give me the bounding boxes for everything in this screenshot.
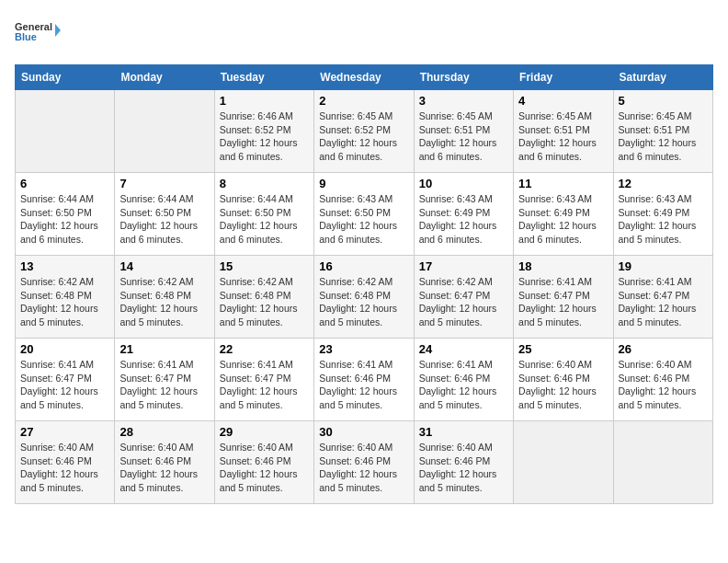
calendar-cell: 31Sunrise: 6:40 AM Sunset: 6:46 PM Dayli…	[414, 421, 513, 504]
calendar-cell	[514, 421, 613, 504]
calendar-cell: 10Sunrise: 6:43 AM Sunset: 6:49 PM Dayli…	[414, 173, 513, 256]
week-row-1: 1Sunrise: 6:46 AM Sunset: 6:52 PM Daylig…	[16, 90, 713, 173]
day-info: Sunrise: 6:40 AM Sunset: 6:46 PM Dayligh…	[220, 441, 309, 495]
day-info: Sunrise: 6:43 AM Sunset: 6:50 PM Dayligh…	[319, 192, 408, 247]
day-number: 30	[319, 425, 408, 439]
calendar-cell: 5Sunrise: 6:45 AM Sunset: 6:51 PM Daylig…	[613, 90, 712, 173]
calendar-cell: 18Sunrise: 6:41 AM Sunset: 6:47 PM Dayli…	[514, 256, 613, 339]
day-info: Sunrise: 6:44 AM Sunset: 6:50 PM Dayligh…	[20, 192, 109, 247]
week-row-3: 13Sunrise: 6:42 AM Sunset: 6:48 PM Dayli…	[16, 256, 713, 339]
day-number: 31	[419, 425, 508, 439]
day-info: Sunrise: 6:40 AM Sunset: 6:46 PM Dayligh…	[20, 441, 109, 495]
svg-text:Blue: Blue	[15, 31, 37, 42]
week-row-5: 27Sunrise: 6:40 AM Sunset: 6:46 PM Dayli…	[16, 421, 713, 504]
calendar-cell: 7Sunrise: 6:44 AM Sunset: 6:50 PM Daylig…	[115, 173, 214, 256]
header-row: SundayMondayTuesdayWednesdayThursdayFrid…	[16, 65, 713, 90]
day-number: 15	[220, 259, 309, 273]
header-day-friday: Friday	[514, 65, 613, 90]
logo: General Blue	[15, 15, 61, 53]
calendar-cell: 4Sunrise: 6:45 AM Sunset: 6:51 PM Daylig…	[514, 90, 613, 173]
calendar-cell	[115, 90, 214, 173]
day-info: Sunrise: 6:45 AM Sunset: 6:51 PM Dayligh…	[619, 109, 708, 164]
day-info: Sunrise: 6:43 AM Sunset: 6:49 PM Dayligh…	[619, 192, 708, 247]
week-row-4: 20Sunrise: 6:41 AM Sunset: 6:47 PM Dayli…	[16, 339, 713, 421]
day-number: 8	[220, 177, 309, 190]
calendar-cell: 28Sunrise: 6:40 AM Sunset: 6:46 PM Dayli…	[115, 421, 214, 504]
day-number: 13	[20, 259, 109, 273]
day-number: 6	[20, 177, 109, 190]
calendar-cell: 21Sunrise: 6:41 AM Sunset: 6:47 PM Dayli…	[115, 339, 214, 421]
day-number: 1	[220, 94, 309, 108]
calendar-cell: 16Sunrise: 6:42 AM Sunset: 6:48 PM Dayli…	[314, 256, 414, 339]
header-day-monday: Monday	[115, 65, 214, 90]
day-number: 2	[319, 94, 408, 108]
day-info: Sunrise: 6:44 AM Sunset: 6:50 PM Dayligh…	[220, 192, 309, 247]
day-info: Sunrise: 6:42 AM Sunset: 6:48 PM Dayligh…	[220, 275, 309, 329]
day-number: 22	[220, 342, 309, 356]
day-number: 19	[619, 259, 708, 273]
day-number: 27	[20, 425, 109, 439]
day-number: 21	[119, 342, 209, 356]
header-day-tuesday: Tuesday	[214, 65, 313, 90]
day-info: Sunrise: 6:42 AM Sunset: 6:47 PM Dayligh…	[419, 275, 508, 329]
page-header: General Blue	[15, 15, 713, 53]
svg-marker-2	[55, 24, 61, 37]
day-number: 4	[518, 94, 608, 108]
calendar-cell: 23Sunrise: 6:41 AM Sunset: 6:46 PM Dayli…	[314, 339, 414, 421]
day-info: Sunrise: 6:40 AM Sunset: 6:46 PM Dayligh…	[319, 441, 408, 495]
day-number: 18	[518, 259, 608, 273]
day-number: 3	[419, 94, 508, 108]
day-number: 25	[518, 342, 608, 356]
calendar-cell: 29Sunrise: 6:40 AM Sunset: 6:46 PM Dayli…	[214, 421, 313, 504]
svg-text:General: General	[15, 21, 52, 32]
calendar-cell: 11Sunrise: 6:43 AM Sunset: 6:49 PM Dayli…	[514, 173, 613, 256]
day-number: 5	[619, 94, 708, 108]
logo-svg: General Blue	[15, 15, 61, 53]
calendar-cell: 13Sunrise: 6:42 AM Sunset: 6:48 PM Dayli…	[16, 256, 115, 339]
day-info: Sunrise: 6:43 AM Sunset: 6:49 PM Dayligh…	[518, 192, 608, 247]
calendar-cell	[613, 421, 712, 504]
day-number: 23	[319, 342, 408, 356]
day-info: Sunrise: 6:40 AM Sunset: 6:46 PM Dayligh…	[119, 441, 209, 495]
day-info: Sunrise: 6:41 AM Sunset: 6:46 PM Dayligh…	[319, 358, 408, 412]
day-number: 28	[119, 425, 209, 439]
day-info: Sunrise: 6:41 AM Sunset: 6:47 PM Dayligh…	[518, 275, 608, 329]
calendar-cell: 12Sunrise: 6:43 AM Sunset: 6:49 PM Dayli…	[613, 173, 712, 256]
day-number: 7	[119, 177, 209, 190]
day-info: Sunrise: 6:41 AM Sunset: 6:47 PM Dayligh…	[619, 275, 708, 329]
header-day-wednesday: Wednesday	[314, 65, 414, 90]
calendar-table: SundayMondayTuesdayWednesdayThursdayFrid…	[15, 64, 713, 504]
day-number: 26	[619, 342, 708, 356]
header-day-sunday: Sunday	[16, 65, 115, 90]
calendar-cell: 17Sunrise: 6:42 AM Sunset: 6:47 PM Dayli…	[414, 256, 513, 339]
day-number: 12	[619, 177, 708, 190]
calendar-cell: 25Sunrise: 6:40 AM Sunset: 6:46 PM Dayli…	[514, 339, 613, 421]
day-number: 16	[319, 259, 408, 273]
calendar-cell: 15Sunrise: 6:42 AM Sunset: 6:48 PM Dayli…	[214, 256, 313, 339]
day-info: Sunrise: 6:41 AM Sunset: 6:47 PM Dayligh…	[20, 358, 109, 412]
day-info: Sunrise: 6:41 AM Sunset: 6:46 PM Dayligh…	[419, 358, 508, 412]
day-info: Sunrise: 6:45 AM Sunset: 6:52 PM Dayligh…	[319, 109, 408, 164]
day-info: Sunrise: 6:40 AM Sunset: 6:46 PM Dayligh…	[619, 358, 708, 412]
calendar-cell: 14Sunrise: 6:42 AM Sunset: 6:48 PM Dayli…	[115, 256, 214, 339]
header-day-saturday: Saturday	[613, 65, 712, 90]
day-info: Sunrise: 6:40 AM Sunset: 6:46 PM Dayligh…	[419, 441, 508, 495]
calendar-cell: 1Sunrise: 6:46 AM Sunset: 6:52 PM Daylig…	[214, 90, 313, 173]
calendar-cell	[16, 90, 115, 173]
day-number: 17	[419, 259, 508, 273]
day-info: Sunrise: 6:42 AM Sunset: 6:48 PM Dayligh…	[319, 275, 408, 329]
calendar-cell: 20Sunrise: 6:41 AM Sunset: 6:47 PM Dayli…	[16, 339, 115, 421]
calendar-cell: 8Sunrise: 6:44 AM Sunset: 6:50 PM Daylig…	[214, 173, 313, 256]
calendar-cell: 27Sunrise: 6:40 AM Sunset: 6:46 PM Dayli…	[16, 421, 115, 504]
calendar-cell: 22Sunrise: 6:41 AM Sunset: 6:47 PM Dayli…	[214, 339, 313, 421]
day-number: 10	[419, 177, 508, 190]
day-info: Sunrise: 6:45 AM Sunset: 6:51 PM Dayligh…	[419, 109, 508, 164]
calendar-cell: 3Sunrise: 6:45 AM Sunset: 6:51 PM Daylig…	[414, 90, 513, 173]
day-info: Sunrise: 6:46 AM Sunset: 6:52 PM Dayligh…	[220, 109, 309, 164]
day-info: Sunrise: 6:41 AM Sunset: 6:47 PM Dayligh…	[220, 358, 309, 412]
calendar-cell: 30Sunrise: 6:40 AM Sunset: 6:46 PM Dayli…	[314, 421, 414, 504]
day-info: Sunrise: 6:42 AM Sunset: 6:48 PM Dayligh…	[20, 275, 109, 329]
day-info: Sunrise: 6:42 AM Sunset: 6:48 PM Dayligh…	[119, 275, 209, 329]
header-day-thursday: Thursday	[414, 65, 513, 90]
day-number: 20	[20, 342, 109, 356]
